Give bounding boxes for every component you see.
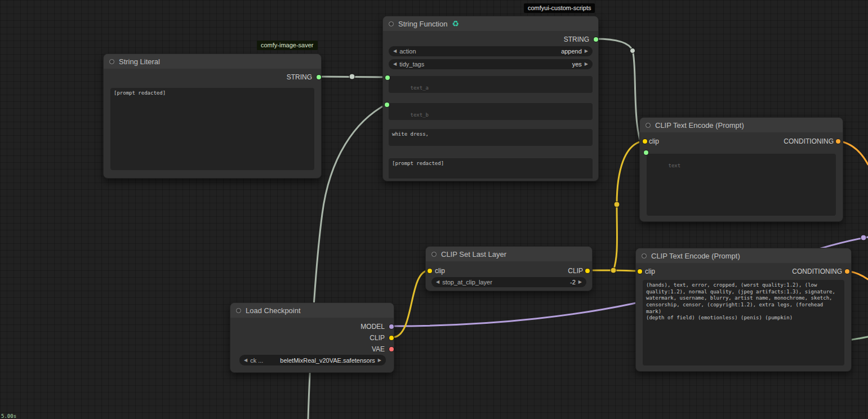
clip-input-slot[interactable] — [638, 269, 642, 274]
widget-name: action — [399, 48, 416, 55]
node-string-function[interactable]: String Function ♻ STRING ◀ action append… — [382, 16, 599, 181]
widget-right-arrow[interactable]: ▶ — [585, 62, 588, 66]
collapse-dot[interactable] — [642, 253, 647, 258]
output-label-clip: CLIP — [568, 266, 583, 275]
node-badge-comfy-image-saver: comfy-image-saver — [257, 41, 318, 50]
slot-row: clip CLIP — [435, 266, 583, 275]
string-output-slot[interactable] — [594, 37, 598, 42]
conditioning-output-slot[interactable] — [836, 139, 840, 144]
textarea-placeholder: text_a — [411, 85, 429, 91]
result-textarea[interactable]: [prompt redacted] — [389, 158, 593, 179]
text-c-textarea[interactable]: white dress, — [389, 129, 593, 146]
text-b-input-slot[interactable] — [385, 102, 389, 107]
reroute-dot-string-out[interactable] — [630, 48, 635, 54]
widget-right-arrow[interactable]: ▶ — [378, 358, 381, 363]
node-string-literal[interactable]: String Literal STRING [prompt redacted] — [103, 54, 322, 179]
widget-left-arrow[interactable]: ◀ — [244, 358, 247, 363]
widget-value: -2 — [570, 279, 576, 286]
widget-right-arrow[interactable]: ▶ — [585, 49, 588, 54]
widget-value: append — [561, 48, 582, 55]
widget-name: stop_at_clip_layer — [442, 279, 492, 286]
widget-name: tidy_tags — [399, 61, 424, 68]
clip-input-slot[interactable] — [643, 139, 647, 144]
model-output-slot[interactable] — [389, 324, 394, 329]
output-label-conditioning: CONDITIONING — [792, 267, 842, 276]
widget-stop-at-clip-layer[interactable]: ◀ stop_at_clip_layer -2 ▶ — [431, 277, 586, 287]
node-clip-text-encode-bottom[interactable]: CLIP Text Encode (Prompt) clip CONDITION… — [635, 248, 852, 372]
node-header[interactable]: CLIP Set Last Layer — [426, 247, 592, 261]
node-header[interactable]: String Literal — [104, 54, 321, 69]
output-label-string: STRING — [564, 35, 589, 44]
collapse-dot[interactable] — [236, 308, 241, 313]
node-load-checkpoint[interactable]: Load Checkpoint MODEL CLIP VAE ◀ ck ... … — [230, 302, 394, 373]
collapse-dot[interactable] — [431, 252, 437, 257]
input-label-clip: clip — [649, 137, 659, 146]
output-label-conditioning: CONDITIONING — [784, 137, 834, 146]
wire-string-out — [595, 39, 646, 152]
widget-name: ck ... — [250, 357, 263, 364]
widget-action[interactable]: ◀ action append ▶ — [389, 46, 593, 56]
reroute-dot-model[interactable] — [861, 235, 866, 240]
text-b-textarea[interactable]: text_b — [389, 103, 593, 120]
text-input-slot[interactable] — [644, 150, 648, 155]
widget-ckpt-name[interactable]: ◀ ck ... beletMixReal_v20VAE.safetensors… — [239, 355, 386, 365]
output-label-model: MODEL — [360, 322, 385, 331]
clip-input-slot[interactable] — [428, 269, 432, 273]
node-title: CLIP Text Encode (Prompt) — [651, 252, 740, 260]
widget-left-arrow[interactable]: ◀ — [436, 280, 439, 284]
input-label-clip: clip — [645, 267, 655, 276]
textarea-placeholder: text_b — [411, 112, 429, 118]
output-label-string: STRING — [287, 73, 312, 82]
string-literal-textarea[interactable]: [prompt redacted] — [110, 88, 314, 170]
widget-tidy-tags[interactable]: ◀ tidy_tags yes ▶ — [389, 59, 593, 69]
render-time-text: 5.00s — [1, 413, 16, 419]
reroute-dot-clip-2[interactable] — [614, 202, 620, 207]
node-badge-comfyui-custom-scripts: comfyui-custom-scripts — [524, 3, 595, 13]
output-label-vae: VAE — [372, 345, 385, 354]
clip-output-slot[interactable] — [585, 269, 590, 273]
conditioning-output-slot[interactable] — [845, 269, 849, 274]
text-a-input-slot[interactable] — [385, 75, 390, 80]
collapse-dot[interactable] — [389, 21, 394, 26]
node-clip-set-last-layer[interactable]: CLIP Set Last Layer clip CLIP ◀ stop_at_… — [425, 246, 593, 291]
node-title: CLIP Set Last Layer — [441, 250, 506, 258]
collapse-dot[interactable] — [646, 123, 651, 128]
collapse-dot[interactable] — [109, 59, 114, 64]
node-title: CLIP Text Encode (Prompt) — [655, 121, 744, 130]
wire-clip-1 — [393, 270, 429, 337]
prompt-textarea[interactable]: text — [647, 154, 836, 216]
node-header[interactable]: CLIP Text Encode (Prompt) — [640, 118, 843, 132]
node-header[interactable]: String Function ♻ — [383, 16, 598, 31]
slot-row: clip CONDITIONING — [645, 267, 842, 276]
negative-prompt-textarea[interactable]: (hands), text, error, cropped, (worst qu… — [643, 280, 844, 365]
node-title: String Function — [398, 20, 447, 28]
text-a-textarea[interactable]: text_a — [389, 76, 593, 93]
node-header[interactable]: CLIP Text Encode (Prompt) — [636, 248, 851, 263]
slot-row: clip CONDITIONING — [649, 137, 834, 146]
recycle-icon: ♻ — [452, 20, 459, 28]
string-output-slot[interactable] — [317, 75, 321, 79]
reroute-dot-string-a[interactable] — [349, 74, 355, 79]
textarea-placeholder: text — [669, 163, 681, 168]
clip-output-slot[interactable] — [389, 336, 394, 340]
input-label-clip: clip — [435, 266, 445, 275]
vae-output-slot[interactable] — [389, 347, 394, 351]
node-title: Load Checkpoint — [246, 306, 301, 315]
reroute-dot-clip-1[interactable] — [611, 268, 616, 273]
output-label-clip: CLIP — [370, 333, 385, 342]
node-graph-canvas[interactable]: comfy-image-saver comfyui-custom-scripts… — [0, 0, 868, 419]
node-title: String Literal — [119, 57, 160, 66]
widget-value: yes — [572, 61, 582, 68]
widget-value: beletMixReal_v20VAE.safetensors — [280, 357, 375, 364]
node-header[interactable]: Load Checkpoint — [230, 303, 394, 318]
widget-left-arrow[interactable]: ◀ — [393, 49, 397, 54]
node-clip-text-encode-top[interactable]: CLIP Text Encode (Prompt) clip CONDITION… — [639, 117, 843, 222]
widget-left-arrow[interactable]: ◀ — [393, 62, 397, 66]
widget-right-arrow[interactable]: ▶ — [578, 280, 582, 284]
